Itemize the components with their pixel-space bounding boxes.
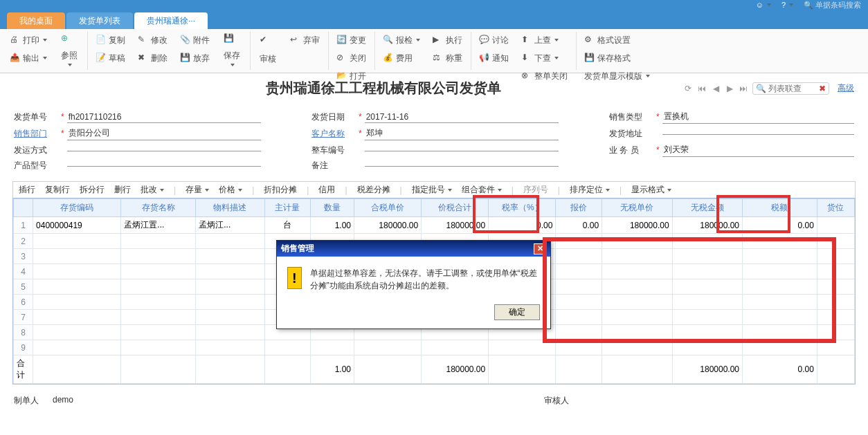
tb-insert[interactable]: 插行 [19,184,35,196]
inspect-button[interactable]: 🔍报检 [379,32,424,48]
delete-button[interactable]: ✖删除 [134,50,172,66]
last-icon[interactable]: ⏭ [739,84,748,93]
tb-stock[interactable]: 存量 [186,184,209,196]
grid-header: 存货编码存货名称 物料描述主计量数量 合税单价价税合计税率（%） 报价无税单价无… [14,199,855,217]
value-vehicleno[interactable] [365,149,559,151]
label-salestype: 销售类型 [609,111,653,123]
value-custname[interactable]: 郑坤 [365,127,559,140]
error-dialog: 销售管理 ✕ ! 单据超过整单容差，无法保存。请手工调整，或使用单体“税差分摊”… [276,240,551,329]
label-remark: 备注 [311,160,356,172]
label-vehicleno: 整车编号 [311,145,356,156]
clear-icon[interactable]: ✖ [819,84,826,93]
tb-credit[interactable]: 信用 [318,184,335,196]
creator-label: 制单人 [14,395,39,407]
grid: 存货编码存货名称 物料描述主计量数量 合税单价价税合计税率（%） 报价无税单价无… [12,198,856,385]
grid-sum-row: 合计 1.00180000.00 180000.000.00 [14,355,855,384]
value-salestype[interactable]: 置换机 [662,110,854,124]
table-row[interactable]: 9 [14,340,855,355]
tb-copy[interactable]: 复制行 [45,184,70,196]
dialog-title: 销售管理 [281,243,314,254]
tb-batch[interactable]: 批改 [141,184,164,196]
tb-sort[interactable]: 排序定位 [570,184,610,196]
form-area: 发货单号*fh2017110216 发货日期*2017-11-16 销售类型*置… [0,103,868,181]
tb-tax[interactable]: 税差分摊 [357,184,390,196]
value-shipmethod[interactable] [67,149,261,151]
discuss-button[interactable]: 💬讨论 [475,32,513,48]
dialog-close-button[interactable]: ✕ [534,243,546,254]
close-button[interactable]: ⊘关闭 [332,50,370,66]
value-salesdept[interactable]: 贵阳分公司 [67,127,261,140]
grid-toolbar: 插行 复制行 拆分行 删行 批改 | 存量 价格 | 折扣分摊 | 信用 | 税… [12,181,856,198]
value-shipno[interactable]: fh2017110216 [67,111,261,123]
tb-delete[interactable]: 删行 [114,184,131,196]
audit-button[interactable]: ✔审核 [254,32,282,68]
label-shipdate: 发货日期 [311,111,356,123]
user-smiley-icon[interactable]: ☺ [756,1,771,9]
tb-batchno[interactable]: 指定批号 [412,184,452,196]
label-operator: 业 务 员 [609,145,653,156]
unaudit-button[interactable]: ↩弃审 [286,32,324,48]
copy-button[interactable]: 📄复制 [91,32,129,48]
print-button[interactable]: 🖨打印 [6,32,51,48]
prev-icon[interactable]: ◀ [711,84,721,93]
label-shipmethod: 发运方式 [14,145,58,156]
barcode-search[interactable]: 🔍 单据条码搜索 [804,0,861,10]
tb-split[interactable]: 拆分行 [80,184,105,196]
label-shipaddr: 发货地址 [609,128,653,140]
format-button[interactable]: ⚙格式设置 [580,32,654,48]
change-button[interactable]: 🔄变更 [332,32,370,48]
creator-value: demo [53,395,73,407]
tb-display[interactable]: 显示格式 [631,184,671,196]
abandon-button[interactable]: 💾放弃 [176,50,214,66]
tab-shiplist[interactable]: 发货单列表 [66,12,133,29]
next-icon[interactable]: ▶ [725,84,734,93]
modify-button[interactable]: ✎修改 [134,32,172,48]
saveformat-button[interactable]: 💾保存格式 [580,50,654,66]
save-button[interactable]: 💾保存 [218,32,246,68]
weigh-button[interactable]: ⚖称重 [428,50,467,66]
tb-discount[interactable]: 折扣分摊 [264,184,297,196]
tab-bar: 我的桌面 发货单列表 贵州瑞通徐··· [0,10,868,29]
value-remark[interactable] [365,165,559,167]
list-search[interactable]: 🔍 ✖ [752,82,829,95]
upquery-button[interactable]: ⬆上查 [517,32,572,48]
fee-button[interactable]: 💰费用 [379,50,424,66]
tb-price[interactable]: 价格 [219,184,242,196]
dialog-message: 单据超过整单容差，无法保存。请手工调整，或使用单体“税差分摊”功能由系统自动分摊… [310,267,540,292]
label-shipno: 发货单号 [14,111,58,123]
auditor-label: 审核人 [544,395,569,407]
refresh-icon[interactable]: ⟳ [683,84,693,93]
downquery-button[interactable]: ⬇下查 [517,50,572,66]
tb-serial: 序列号 [523,184,548,196]
label-prodmodel: 产品型号 [14,160,58,172]
value-prodmodel[interactable] [67,165,261,167]
value-shipdate[interactable]: 2017-11-16 [365,111,559,123]
help-icon[interactable]: ? [781,1,793,9]
attach-button[interactable]: 📎附件 [176,32,214,48]
advanced-link[interactable]: 高级 [838,82,854,94]
first-icon[interactable]: ⏮ [697,84,707,93]
page-title: 贵州瑞通徐工工程机械有限公司发货单 [83,79,683,98]
output-button[interactable]: 📤输出 [6,50,51,66]
draft-button[interactable]: 📝草稿 [91,50,129,66]
ribbon: 🖨打印 📤输出 ⊕参照 📄复制 📝草稿 ✎修改 ✖删除 📎附件 💾放弃 💾保存 … [0,29,868,73]
dialog-ok-button[interactable]: 确定 [494,304,540,320]
notify-button[interactable]: 📢通知 [475,50,513,66]
label-custname[interactable]: 客户名称 [311,128,356,140]
value-operator[interactable]: 刘天荣 [662,143,854,157]
list-search-input[interactable] [768,84,817,93]
tab-desktop[interactable]: 我的桌面 [7,12,65,29]
search-icon: 🔍 [756,84,766,93]
exec-button[interactable]: ▶执行 [428,32,467,48]
tb-combo[interactable]: 组合套件 [462,184,502,196]
label-salesdept[interactable]: 销售部门 [14,128,58,140]
warning-icon: ! [287,267,302,289]
value-shipaddr[interactable] [662,133,854,135]
reference-button[interactable]: ⊕参照 [55,32,83,68]
tab-current[interactable]: 贵州瑞通徐··· [134,12,208,29]
table-row[interactable]: 10400000419孟炳江置...孟炳江...台1.00180000.0018… [14,217,855,234]
